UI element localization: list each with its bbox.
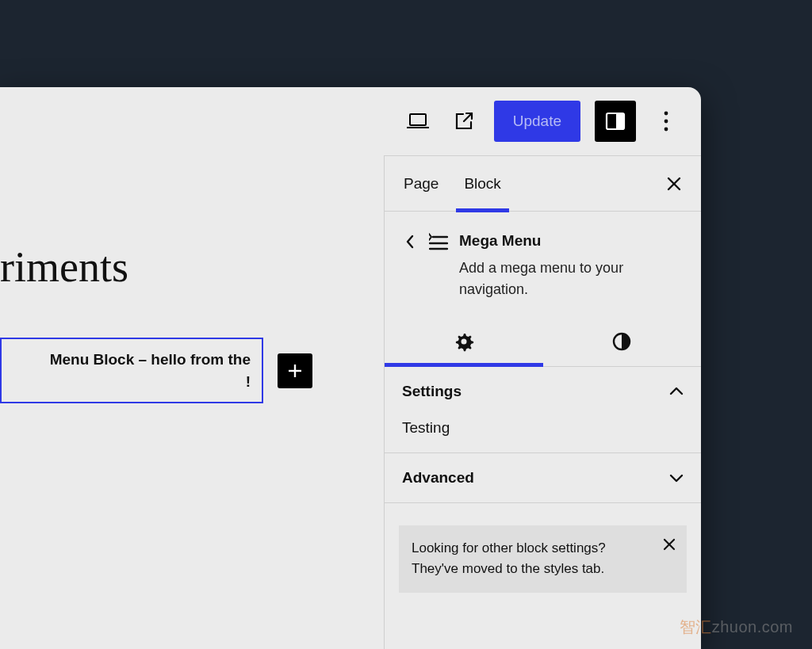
panel-settings-title: Settings <box>402 383 462 400</box>
laptop-icon <box>406 113 430 130</box>
svg-point-5 <box>665 112 668 116</box>
selected-block[interactable]: Menu Block – hello from the ! <box>0 338 263 403</box>
panel-settings-header[interactable]: Settings <box>402 383 684 400</box>
contrast-icon <box>612 332 631 351</box>
tab-page-label: Page <box>404 175 439 193</box>
editor-window: Update riments Menu Block – hello from t… <box>0 87 701 649</box>
add-block-button[interactable] <box>278 353 312 388</box>
update-button-label: Update <box>513 113 561 130</box>
inspector-panel: Page Block <box>384 155 701 649</box>
svg-line-2 <box>464 113 472 121</box>
subtab-styles[interactable] <box>543 316 702 366</box>
block-row: Menu Block – hello from the ! <box>0 338 384 403</box>
panel-advanced: Advanced <box>385 453 701 503</box>
inspector-tabs: Page Block <box>385 156 701 212</box>
plus-icon <box>285 361 304 380</box>
subtab-settings[interactable] <box>385 316 543 366</box>
external-link-icon <box>454 111 474 132</box>
close-inspector-button[interactable] <box>665 174 684 193</box>
svg-rect-4 <box>616 113 624 129</box>
chevron-down-icon <box>669 473 684 483</box>
mega-menu-icon <box>429 231 448 253</box>
watermark-suffix: zhuon.com <box>712 618 793 636</box>
chevron-up-icon <box>669 387 684 396</box>
svg-point-6 <box>665 120 668 124</box>
setting-testing[interactable]: Testing <box>402 419 684 437</box>
more-menu-button[interactable] <box>650 105 682 137</box>
gear-icon <box>454 331 474 352</box>
notice-close-button[interactable] <box>660 535 679 554</box>
inspector-subtabs <box>385 316 701 367</box>
update-button[interactable]: Update <box>494 101 580 142</box>
parent-block-button[interactable] <box>402 231 418 253</box>
block-name: Mega Menu <box>459 232 684 250</box>
block-description: Add a mega menu to your navigation. <box>459 258 684 300</box>
device-preview-button[interactable] <box>402 105 434 137</box>
top-toolbar: Update <box>0 87 701 155</box>
chevron-left-icon <box>405 234 415 250</box>
page-title[interactable]: riments <box>0 242 384 292</box>
styles-moved-notice: Looking for other block settings? They'v… <box>399 525 687 593</box>
selected-block-text: Menu Block – hello from the ! <box>2 349 251 392</box>
panel-settings: Settings Testing <box>385 367 701 453</box>
tab-page[interactable]: Page <box>402 156 440 212</box>
editor-canvas[interactable]: riments Menu Block – hello from the ! <box>0 155 384 649</box>
block-meta: Mega Menu Add a mega menu to your naviga… <box>459 231 684 300</box>
tab-block[interactable]: Block <box>462 156 502 212</box>
svg-point-15 <box>461 338 466 344</box>
panel-advanced-title: Advanced <box>402 469 474 487</box>
svg-point-7 <box>665 128 668 132</box>
block-header: Mega Menu Add a mega menu to your naviga… <box>385 212 701 316</box>
inspector-toggle-button[interactable] <box>595 101 636 142</box>
svg-rect-0 <box>410 114 426 125</box>
tab-block-label: Block <box>464 175 500 193</box>
close-icon <box>666 176 682 192</box>
close-icon <box>662 537 676 552</box>
open-external-button[interactable] <box>448 105 480 137</box>
notice-text: Looking for other block settings? They'v… <box>412 540 606 576</box>
panel-advanced-header[interactable]: Advanced <box>402 469 684 487</box>
panel-icon <box>603 109 627 133</box>
kebab-icon <box>664 111 668 132</box>
